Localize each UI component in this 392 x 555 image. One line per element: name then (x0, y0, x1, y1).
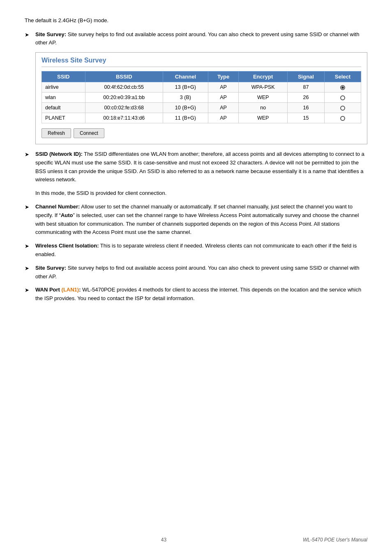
bullet-content: Site Survey: Site survey helps to find o… (35, 30, 367, 48)
bullet-wireless-client: ➤ Wireless Client Isolation: This is to … (25, 242, 367, 259)
page-number: 43 (25, 537, 303, 543)
wan-port-text: WL-5470POE provides 4 methods for client… (35, 287, 361, 301)
bullet-wan-port: ➤ WAN Port (LAN1): WL-5470POE provides 4… (25, 286, 367, 303)
cell-encrypt: WEP (239, 113, 288, 123)
site-survey-text: Site survey helps to find out available … (35, 31, 359, 46)
survey-table-body: airlive 00:4f:62:0d:cb:55 13 (B+G) AP WP… (42, 82, 361, 123)
cell-ssid: PLANET (42, 113, 85, 123)
bullet-content: Site Survey: Site survey helps to find o… (35, 264, 367, 281)
bullet-site-survey-2: ➤ Site Survey: Site survey helps to find… (25, 264, 367, 281)
survey-table-header: SSID BSSID Channel Type Encrypt Signal S… (42, 72, 361, 82)
channel-text: Allow user to set the channel manually o… (35, 204, 359, 235)
cell-signal: 16 (287, 103, 324, 113)
ssid-label: SSID (Network ID): (35, 151, 83, 157)
bullet-channel: ➤ Channel Number: Allow user to set the … (25, 203, 367, 237)
cell-type: AP (208, 82, 239, 92)
cell-select[interactable] (325, 82, 361, 92)
col-bssid: BSSID (85, 72, 163, 82)
cell-ssid: airlive (42, 82, 85, 92)
col-ssid: SSID (42, 72, 85, 82)
bullet-arrow: ➤ (25, 30, 31, 48)
connect-button[interactable]: Connect (74, 128, 104, 138)
cell-type: AP (208, 113, 239, 123)
bullet-ssid: ➤ SSID (Network ID): The SSID differenti… (25, 150, 367, 184)
button-row: Refresh Connect (42, 128, 361, 138)
radio-button[interactable] (340, 106, 345, 111)
site-survey-box: Wireless Site Survey SSID BSSID Channel … (35, 52, 367, 144)
cell-channel: 11 (B+G) (163, 113, 208, 123)
radio-button[interactable] (340, 116, 345, 121)
cell-signal: 87 (287, 82, 324, 92)
cell-encrypt: no (239, 103, 288, 113)
refresh-button[interactable]: Refresh (42, 128, 71, 138)
cell-ssid: default (42, 103, 85, 113)
cell-type: AP (208, 92, 239, 103)
cell-select[interactable] (325, 113, 361, 123)
doc-title: WL-5470 POE User's Manual (303, 537, 367, 543)
cell-channel: 10 (B+G) (163, 103, 208, 113)
ssid-text: The SSID differentiates one WLAN from an… (35, 151, 364, 183)
table-row: wlan 00:20:e0:39:a1:bb 3 (B) AP WEP 26 (42, 92, 361, 103)
radio-button[interactable] (340, 95, 345, 100)
col-channel: Channel (163, 72, 208, 82)
cell-bssid: 00:20:e0:39:a1:bb (85, 92, 163, 103)
cell-select[interactable] (325, 92, 361, 103)
site-survey-2-text: Site survey helps to find out available … (35, 265, 359, 280)
bullet-site-survey-intro: ➤ Site Survey: Site survey helps to find… (25, 30, 367, 48)
cell-signal: 15 (287, 113, 324, 123)
col-signal: Signal (287, 72, 324, 82)
cell-channel: 3 (B) (163, 92, 208, 103)
cell-encrypt: WPA-PSK (239, 82, 288, 92)
bullet-content: SSID (Network ID): The SSID differentiat… (35, 150, 367, 184)
bullet-content: Channel Number: Allow user to set the ch… (35, 203, 367, 237)
ssid-extra-paragraph: In this mode, the SSID is provided for c… (35, 189, 367, 198)
bullet-arrow: ➤ (25, 203, 31, 237)
wan-port-label: WAN Port (LAN1): (35, 287, 81, 293)
survey-header-row: SSID BSSID Channel Type Encrypt Signal S… (42, 72, 361, 82)
cell-channel: 13 (B+G) (163, 82, 208, 92)
auto-bold: Auto (61, 212, 73, 218)
col-select: Select (325, 72, 361, 82)
bullet-arrow: ➤ (25, 286, 31, 303)
cell-bssid: 00:4f:62:0d:cb:55 (85, 82, 163, 92)
cell-encrypt: WEP (239, 92, 288, 103)
bullet-arrow: ➤ (25, 242, 31, 259)
bullet-content: WAN Port (LAN1): WL-5470POE provides 4 m… (35, 286, 367, 303)
col-encrypt: Encrypt (239, 72, 288, 82)
table-row: PLANET 00:18:e7:11:43:d6 11 (B+G) AP WEP… (42, 113, 361, 123)
bullet-content: Wireless Client Isolation: This is to se… (35, 242, 367, 259)
survey-table: SSID BSSID Channel Type Encrypt Signal S… (42, 71, 361, 123)
cell-ssid: wlan (42, 92, 85, 103)
col-type: Type (208, 72, 239, 82)
cell-type: AP (208, 103, 239, 113)
site-survey-title: Wireless Site Survey (42, 57, 361, 67)
cell-signal: 26 (287, 92, 324, 103)
site-survey-2-label: Site Survey: (35, 265, 66, 271)
site-survey-label: Site Survey: (35, 31, 66, 37)
table-row: default 00:c0:02:fe:d3:68 10 (B+G) AP no… (42, 103, 361, 113)
table-row: airlive 00:4f:62:0d:cb:55 13 (B+G) AP WP… (42, 82, 361, 92)
channel-label: Channel Number: (35, 204, 80, 210)
page-footer: 43 WL-5470 POE User's Manual (0, 537, 392, 543)
wan-port-orange-label: (LAN1) (62, 287, 79, 293)
bullet-arrow: ➤ (25, 264, 31, 281)
intro-text: The default is 2.4GHz (B+G) mode. (25, 16, 367, 25)
wireless-client-label: Wireless Client Isolation: (35, 243, 99, 249)
bullet-arrow: ➤ (25, 150, 31, 184)
cell-bssid: 00:18:e7:11:43:d6 (85, 113, 163, 123)
cell-bssid: 00:c0:02:fe:d3:68 (85, 103, 163, 113)
cell-select[interactable] (325, 103, 361, 113)
radio-button[interactable] (340, 85, 345, 90)
